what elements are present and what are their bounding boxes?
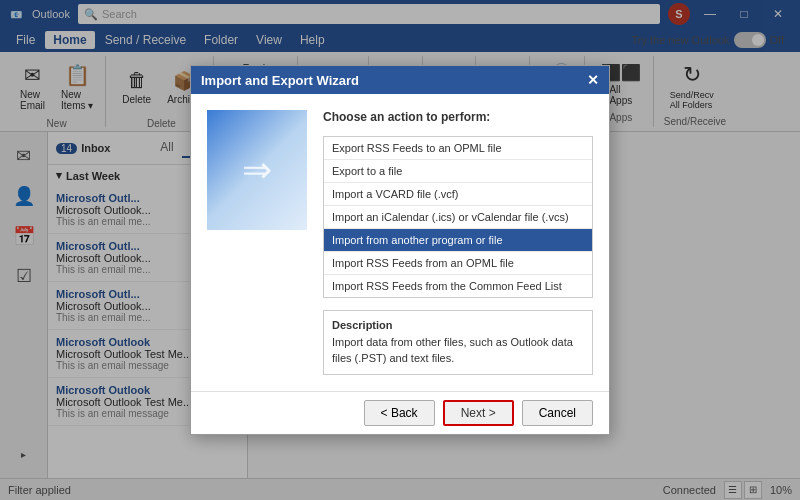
modal-instruction: Choose an action to perform:	[323, 110, 593, 124]
list-item-import-rss-opml[interactable]: Import RSS Feeds from an OPML file	[324, 252, 592, 275]
modal-main-content: Choose an action to perform: Export RSS …	[323, 110, 593, 375]
import-export-modal: Import and Export Wizard ✕ ⇒ Choose an a…	[190, 65, 610, 435]
modal-close-button[interactable]: ✕	[587, 72, 599, 88]
next-button[interactable]: Next >	[443, 400, 514, 426]
modal-footer: < Back Next > Cancel	[191, 391, 609, 434]
list-item-import-vcard[interactable]: Import a VCARD file (.vcf)	[324, 183, 592, 206]
description-text: Import data from other files, such as Ou…	[332, 335, 584, 366]
cancel-button[interactable]: Cancel	[522, 400, 593, 426]
modal-overlay: Import and Export Wizard ✕ ⇒ Choose an a…	[0, 0, 800, 500]
modal-title: Import and Export Wizard	[201, 73, 359, 88]
description-box: Description Import data from other files…	[323, 310, 593, 375]
modal-body: ⇒ Choose an action to perform: Export RS…	[191, 94, 609, 391]
list-item-import-rss-common[interactable]: Import RSS Feeds from the Common Feed Li…	[324, 275, 592, 297]
wizard-arrows-icon: ⇒	[242, 149, 272, 191]
list-item-export-file[interactable]: Export to a file	[324, 160, 592, 183]
modal-illustration: ⇒	[207, 110, 307, 230]
list-item-import-program[interactable]: Import from another program or file	[324, 229, 592, 252]
action-list: Export RSS Feeds to an OPML file Export …	[323, 136, 593, 298]
list-item-export-rss[interactable]: Export RSS Feeds to an OPML file	[324, 137, 592, 160]
modal-titlebar: Import and Export Wizard ✕	[191, 66, 609, 94]
list-item-import-ical[interactable]: Import an iCalendar (.ics) or vCalendar …	[324, 206, 592, 229]
back-button[interactable]: < Back	[364, 400, 435, 426]
description-title: Description	[332, 319, 584, 331]
